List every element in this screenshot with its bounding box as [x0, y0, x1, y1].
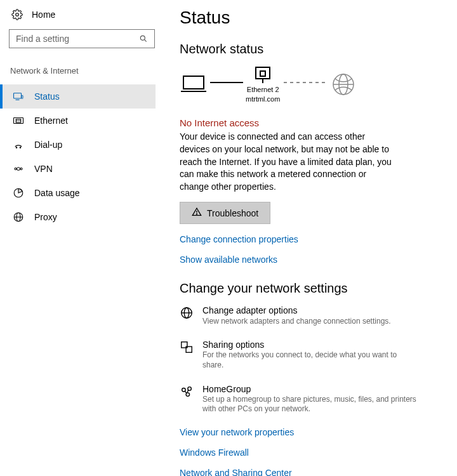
ethernet-icon — [13, 115, 24, 126]
main-content: Status Network status Ethernet 2 mtrtml.… — [162, 0, 457, 476]
troubleshoot-button[interactable]: Troubleshoot — [180, 202, 270, 224]
homegroup-icon — [180, 385, 194, 399]
page-title: Status — [180, 8, 444, 28]
settings-item-title: Change adapter options — [202, 305, 391, 316]
sidebar-item-status[interactable]: Status — [0, 84, 156, 109]
sidebar-section-header: Network & Internet — [9, 66, 156, 76]
network-diagram: Ethernet 2 mtrtml.com — [180, 65, 444, 103]
home-label: Home — [32, 10, 55, 20]
svg-point-13 — [16, 147, 17, 149]
adapter-name: Ethernet 2 — [247, 86, 279, 94]
settings-item-sharing-options[interactable]: Sharing options For the networks you con… — [180, 339, 444, 370]
settings-item-homegroup[interactable]: HomeGroup Set up a homegroup to share pi… — [180, 383, 444, 414]
adapter-options-icon — [180, 306, 194, 320]
search-input[interactable] — [15, 33, 138, 44]
sidebar-item-proxy[interactable]: Proxy — [0, 205, 156, 229]
sidebar-item-label: VPN — [34, 164, 53, 174]
link-network-sharing-center[interactable]: Network and Sharing Center — [180, 468, 444, 476]
diagram-adapter: Ethernet 2 mtrtml.com — [246, 65, 280, 103]
status-description: Your device is connected and can access … — [180, 131, 395, 193]
svg-line-2 — [144, 39, 146, 41]
sidebar-item-label: Dial-up — [34, 140, 62, 150]
svg-rect-24 — [260, 71, 265, 76]
laptop-icon — [180, 74, 208, 95]
gear-icon — [11, 9, 23, 20]
diagram-solid-line — [208, 74, 246, 95]
sidebar-item-vpn[interactable]: VPN — [0, 157, 156, 181]
sharing-options-icon — [180, 340, 194, 354]
sidebar-item-label: Status — [34, 91, 60, 102]
dialup-icon — [13, 139, 24, 150]
settings-item-desc: View network adapters and change connect… — [202, 317, 391, 327]
settings-item-title: HomeGroup — [202, 383, 418, 395]
data-usage-icon — [13, 187, 24, 199]
svg-rect-21 — [183, 76, 204, 89]
sidebar-item-ethernet[interactable]: Ethernet — [0, 109, 156, 133]
settings-item-title: Sharing options — [202, 339, 418, 350]
ethernet-adapter-icon — [254, 65, 272, 84]
svg-point-14 — [20, 147, 21, 149]
svg-line-41 — [187, 390, 189, 393]
diagram-pc — [180, 74, 208, 95]
sidebar-item-label: Ethernet — [34, 116, 68, 126]
search-input-container[interactable] — [9, 29, 155, 48]
section-change-settings: Change your network settings — [180, 281, 444, 296]
svg-point-0 — [16, 13, 19, 17]
link-show-available-networks[interactable]: Show available networks — [180, 255, 444, 265]
svg-point-31 — [196, 214, 197, 215]
warning-icon — [192, 207, 202, 219]
svg-point-16 — [20, 168, 22, 170]
sidebar: Home Network & Internet Status Ethernet … — [0, 0, 162, 476]
adapter-domain: mtrtml.com — [246, 95, 280, 103]
sidebar-item-datausage[interactable]: Data usage — [0, 181, 156, 205]
sidebar-item-dialup[interactable]: Dial-up — [0, 133, 156, 157]
home-button[interactable]: Home — [9, 5, 156, 29]
svg-rect-23 — [256, 67, 270, 79]
svg-line-40 — [185, 391, 187, 393]
search-icon — [138, 33, 149, 44]
status-icon — [13, 91, 24, 102]
troubleshoot-label: Troubleshoot — [207, 208, 258, 218]
link-windows-firewall[interactable]: Windows Firewall — [180, 447, 444, 458]
svg-point-1 — [140, 36, 145, 40]
settings-item-desc: For the networks you connect to, decide … — [202, 350, 418, 370]
section-network-status: Network status — [180, 42, 444, 56]
globe-icon — [331, 72, 356, 97]
svg-rect-3 — [14, 93, 22, 98]
status-title: No Internet access — [180, 117, 444, 128]
sidebar-item-label: Data usage — [34, 188, 80, 198]
link-view-network-properties[interactable]: View your network properties — [180, 427, 444, 437]
svg-point-15 — [15, 168, 17, 170]
sidebar-item-label: Proxy — [34, 212, 57, 222]
settings-item-desc: Set up a homegroup to share pictures, mu… — [202, 395, 418, 414]
settings-item-adapter-options[interactable]: Change adapter options View network adap… — [180, 305, 444, 326]
diagram-dashed-line — [280, 74, 331, 95]
vpn-icon — [13, 163, 24, 175]
diagram-internet — [331, 72, 356, 97]
proxy-icon — [13, 211, 24, 223]
link-change-connection-properties[interactable]: Change connection properties — [180, 234, 444, 244]
